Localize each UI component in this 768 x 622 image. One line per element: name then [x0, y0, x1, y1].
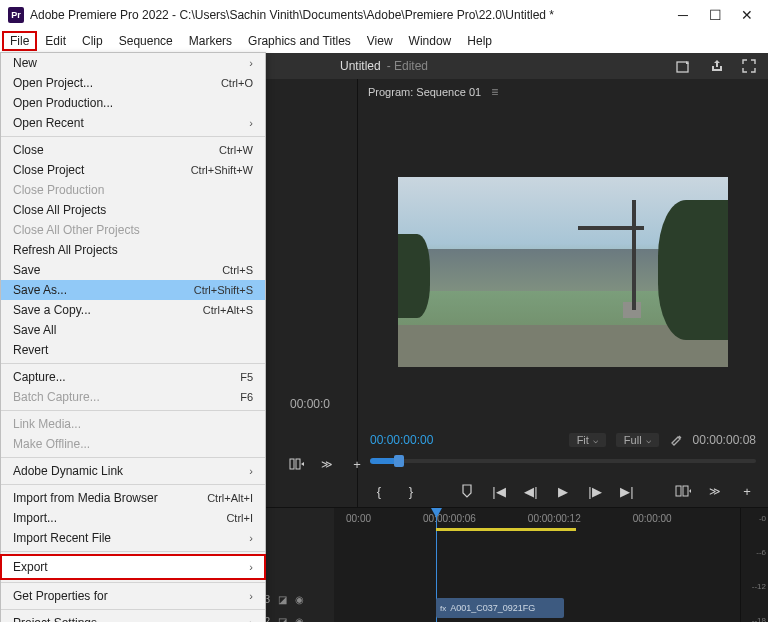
menu-item-capture[interactable]: Capture...F5 [1, 367, 265, 387]
menu-item-new[interactable]: New› [1, 53, 265, 73]
menu-sequence[interactable]: Sequence [111, 31, 181, 51]
minimize-button[interactable]: ─ [676, 8, 690, 22]
source-transport: ≫ + [288, 455, 366, 473]
menu-item-get-properties-for[interactable]: Get Properties for› [1, 586, 265, 606]
toggle-track-icon[interactable]: ◪ [278, 594, 287, 605]
submenu-arrow-icon: › [249, 561, 253, 573]
toggle-track-icon[interactable]: ◪ [278, 616, 287, 623]
menu-item-label: New [13, 56, 249, 70]
program-scrubber[interactable] [358, 453, 768, 475]
submenu-arrow-icon: › [249, 465, 253, 477]
cross-vertical [632, 200, 636, 310]
playhead-handle[interactable] [394, 455, 404, 467]
menu-window[interactable]: Window [401, 31, 460, 51]
menu-item-adobe-dynamic-link[interactable]: Adobe Dynamic Link› [1, 461, 265, 481]
go-to-out-icon[interactable]: ▶| [618, 482, 636, 500]
lift-icon[interactable] [674, 482, 692, 500]
more-icon[interactable]: ≫ [318, 455, 336, 473]
menu-shortcut: Ctrl+I [226, 512, 253, 524]
resolution-select[interactable]: Full ⌵ [616, 433, 659, 447]
menu-markers[interactable]: Markers [181, 31, 240, 51]
menu-item-label: Import... [13, 511, 226, 525]
timeline-canvas[interactable]: 00:0000:00:00:0600:00:00:1200:00:00 fx A… [334, 508, 740, 622]
menu-item-label: Open Recent [13, 116, 249, 130]
file-menu-dropdown: New›Open Project...Ctrl+OOpen Production… [0, 52, 266, 622]
menu-separator [1, 484, 265, 485]
menu-item-export[interactable]: Export› [1, 555, 265, 579]
track-visibility-icon[interactable]: ◉ [295, 616, 304, 623]
menu-graphics-and-titles[interactable]: Graphics and Titles [240, 31, 359, 51]
menu-item-label: Close [13, 143, 219, 157]
source-timecode: 00:00:0 [290, 397, 330, 411]
quick-export-icon[interactable] [676, 59, 692, 73]
menu-edit[interactable]: Edit [37, 31, 74, 51]
share-icon[interactable] [710, 59, 724, 73]
timecode-row: 00:00:00:00 Fit ⌵ Full ⌵ 00:00:00:08 [358, 427, 768, 453]
menu-item-project-settings[interactable]: Project Settings› [1, 613, 265, 622]
mark-in-icon[interactable]: { [370, 482, 388, 500]
timeline-ruler[interactable]: 00:0000:00:00:0600:00:00:1200:00:00 [334, 508, 740, 528]
program-monitor[interactable] [358, 105, 768, 427]
menu-item-refresh-all-projects[interactable]: Refresh All Projects [1, 240, 265, 260]
track-visibility-icon[interactable]: ◉ [295, 594, 304, 605]
add-marker-icon[interactable] [458, 482, 476, 500]
menu-item-revert[interactable]: Revert [1, 340, 265, 360]
submenu-arrow-icon: › [249, 532, 253, 544]
menu-item-save-a-copy[interactable]: Save a Copy...Ctrl+Alt+S [1, 300, 265, 320]
tree-right [658, 200, 728, 341]
play-icon[interactable]: ▶ [554, 482, 572, 500]
insert-icon[interactable] [288, 455, 306, 473]
menu-separator [1, 457, 265, 458]
timeline-clip[interactable]: fx A001_C037_0921FG [436, 598, 564, 618]
menu-item-import-from-media-browser[interactable]: Import from Media BrowserCtrl+Alt+I [1, 488, 265, 508]
work-area-bar[interactable] [436, 528, 576, 531]
menu-item-close[interactable]: CloseCtrl+W [1, 140, 265, 160]
menu-item-save-all[interactable]: Save All [1, 320, 265, 340]
ruler-tick: 00:00 [346, 513, 371, 524]
submenu-arrow-icon: › [249, 57, 253, 69]
menu-item-save-as[interactable]: Save As...Ctrl+Shift+S [1, 280, 265, 300]
menu-clip[interactable]: Clip [74, 31, 111, 51]
maximize-button[interactable]: ☐ [708, 8, 722, 22]
go-to-in-icon[interactable]: |◀ [490, 482, 508, 500]
close-button[interactable]: ✕ [740, 8, 754, 22]
button-editor-icon[interactable]: + [738, 482, 756, 500]
menu-item-label: Import from Media Browser [13, 491, 207, 505]
menu-item-open-project[interactable]: Open Project...Ctrl+O [1, 73, 265, 93]
menu-item-batch-capture: Batch Capture...F6 [1, 387, 265, 407]
menu-view[interactable]: View [359, 31, 401, 51]
menu-item-close-project[interactable]: Close ProjectCtrl+Shift+W [1, 160, 265, 180]
menu-item-close-all-projects[interactable]: Close All Projects [1, 200, 265, 220]
audio-meters: -0--6--12--18 [740, 508, 768, 622]
window-title: Adobe Premiere Pro 2022 - C:\Users\Sachi… [30, 8, 676, 22]
menu-item-label: Export [13, 560, 249, 574]
menu-item-import[interactable]: Import...Ctrl+I [1, 508, 265, 528]
more-transport-icon[interactable]: ≫ [706, 482, 724, 500]
mark-out-icon[interactable]: } [402, 482, 420, 500]
menu-shortcut: Ctrl+S [222, 264, 253, 276]
menu-item-import-recent-file[interactable]: Import Recent File› [1, 528, 265, 548]
menu-separator [1, 410, 265, 411]
menu-item-save[interactable]: SaveCtrl+S [1, 260, 265, 280]
menu-item-label: Open Production... [13, 96, 253, 110]
zoom-select[interactable]: Fit ⌵ [569, 433, 606, 447]
menu-shortcut: Ctrl+O [221, 77, 253, 89]
program-frame [398, 177, 728, 367]
menu-shortcut: F6 [240, 391, 253, 403]
ruler-tick: 00:00:00:06 [423, 513, 476, 524]
step-forward-icon[interactable]: |▶ [586, 482, 604, 500]
program-panel-header: Program: Sequence 01 ≡ [358, 79, 768, 105]
plus-icon[interactable]: + [348, 455, 366, 473]
settings-icon[interactable] [669, 433, 683, 447]
menu-shortcut: Ctrl+Shift+S [194, 284, 253, 296]
step-back-icon[interactable]: ◀| [522, 482, 540, 500]
menu-help[interactable]: Help [459, 31, 500, 51]
menu-item-label: Close Production [13, 183, 253, 197]
menu-item-label: Capture... [13, 370, 240, 384]
fullscreen-icon[interactable] [742, 59, 756, 73]
menu-item-open-recent[interactable]: Open Recent› [1, 113, 265, 133]
menu-file[interactable]: File [2, 31, 37, 51]
current-timecode[interactable]: 00:00:00:00 [370, 433, 433, 447]
menu-item-open-production[interactable]: Open Production... [1, 93, 265, 113]
panel-menu-icon[interactable]: ≡ [491, 85, 498, 99]
